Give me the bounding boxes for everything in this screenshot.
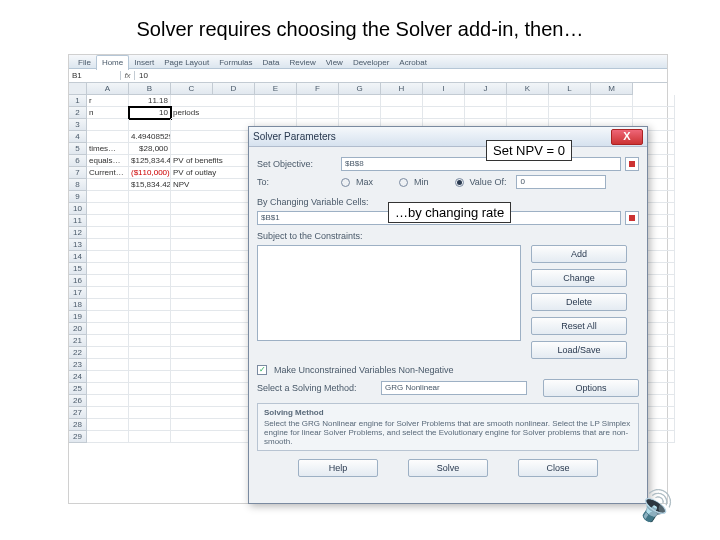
cell-C22[interactable] <box>171 347 255 359</box>
cell-C24[interactable] <box>171 371 255 383</box>
cell-B23[interactable] <box>129 359 171 371</box>
col-header-H[interactable]: H <box>381 83 423 95</box>
name-box[interactable]: B1 <box>69 71 121 80</box>
cell-A24[interactable] <box>87 371 129 383</box>
cell-B28[interactable] <box>129 419 171 431</box>
cell-A22[interactable] <box>87 347 129 359</box>
row-header-5[interactable]: 5 <box>69 143 87 155</box>
cell-E2[interactable] <box>297 107 339 119</box>
objective-range-picker-icon[interactable] <box>625 157 639 171</box>
cell-B16[interactable] <box>129 275 171 287</box>
cell-M1[interactable] <box>633 95 675 107</box>
cell-B21[interactable] <box>129 335 171 347</box>
col-header-A[interactable]: A <box>87 83 129 95</box>
cell-C18[interactable] <box>171 299 255 311</box>
cell-B20[interactable] <box>129 323 171 335</box>
cell-A20[interactable] <box>87 323 129 335</box>
cell-B12[interactable] <box>129 227 171 239</box>
cell-C28[interactable] <box>171 419 255 431</box>
row-header-23[interactable]: 23 <box>69 359 87 371</box>
cell-C15[interactable] <box>171 263 255 275</box>
constraints-listbox[interactable] <box>257 245 521 341</box>
cell-F2[interactable] <box>339 107 381 119</box>
row-header-1[interactable]: 1 <box>69 95 87 107</box>
col-header-L[interactable]: L <box>549 83 591 95</box>
cell-A27[interactable] <box>87 407 129 419</box>
cell-A25[interactable] <box>87 383 129 395</box>
row-header-18[interactable]: 18 <box>69 299 87 311</box>
changing-range-picker-icon[interactable] <box>625 211 639 225</box>
cell-B22[interactable] <box>129 347 171 359</box>
cell-C16[interactable] <box>171 275 255 287</box>
method-select[interactable]: GRG Nonlinear <box>381 381 527 395</box>
radio-value-of[interactable] <box>455 178 464 187</box>
cell-B29[interactable] <box>129 431 171 443</box>
cell-B4[interactable]: 4.49408529 <box>129 131 171 143</box>
row-header-9[interactable]: 9 <box>69 191 87 203</box>
cell-C1[interactable] <box>171 95 255 107</box>
cell-G2[interactable] <box>381 107 423 119</box>
ribbon-tab-insert[interactable]: Insert <box>129 56 159 70</box>
cell-C25[interactable] <box>171 383 255 395</box>
cell-I1[interactable] <box>465 95 507 107</box>
cell-A7[interactable]: Current… <box>87 167 129 179</box>
nonneg-checkbox[interactable]: ✓ <box>257 365 267 375</box>
cell-C26[interactable] <box>171 395 255 407</box>
row-header-13[interactable]: 13 <box>69 239 87 251</box>
cell-C6[interactable]: PV of benefits <box>171 155 255 167</box>
col-header-M[interactable]: M <box>591 83 633 95</box>
cell-A12[interactable] <box>87 227 129 239</box>
cell-A21[interactable] <box>87 335 129 347</box>
cell-A23[interactable] <box>87 359 129 371</box>
close-button[interactable]: Close <box>518 459 598 477</box>
col-header-J[interactable]: J <box>465 83 507 95</box>
cell-C21[interactable] <box>171 335 255 347</box>
cell-B25[interactable] <box>129 383 171 395</box>
ribbon-tab-review[interactable]: Review <box>284 56 320 70</box>
cell-A16[interactable] <box>87 275 129 287</box>
cell-C4[interactable] <box>171 131 255 143</box>
add-button[interactable]: Add <box>531 245 627 263</box>
cell-B2[interactable]: 10 <box>129 107 171 119</box>
radio-max[interactable] <box>341 178 350 187</box>
cell-A6[interactable]: equals… <box>87 155 129 167</box>
cell-C11[interactable] <box>171 215 255 227</box>
row-header-25[interactable]: 25 <box>69 383 87 395</box>
row-header-12[interactable]: 12 <box>69 227 87 239</box>
cell-A1[interactable]: r <box>87 95 129 107</box>
cell-A14[interactable] <box>87 251 129 263</box>
cell-C14[interactable] <box>171 251 255 263</box>
cell-L2[interactable] <box>591 107 633 119</box>
cell-D1[interactable] <box>255 95 297 107</box>
cell-B19[interactable] <box>129 311 171 323</box>
cell-C20[interactable] <box>171 323 255 335</box>
value-of-input[interactable]: 0 <box>516 175 606 189</box>
row-header-19[interactable]: 19 <box>69 311 87 323</box>
ribbon-tab-file[interactable]: File <box>73 56 96 70</box>
load-save-button[interactable]: Load/Save <box>531 341 627 359</box>
row-header-26[interactable]: 26 <box>69 395 87 407</box>
cell-C7[interactable]: PV of outlay <box>171 167 255 179</box>
cell-C19[interactable] <box>171 311 255 323</box>
ribbon-tab-acrobat[interactable]: Acrobat <box>394 56 432 70</box>
cell-L1[interactable] <box>591 95 633 107</box>
select-all-corner[interactable] <box>69 83 87 95</box>
row-header-15[interactable]: 15 <box>69 263 87 275</box>
cell-B26[interactable] <box>129 395 171 407</box>
ribbon-tab-view[interactable]: View <box>321 56 348 70</box>
row-header-22[interactable]: 22 <box>69 347 87 359</box>
cell-C3[interactable] <box>171 119 255 131</box>
row-header-4[interactable]: 4 <box>69 131 87 143</box>
row-header-8[interactable]: 8 <box>69 179 87 191</box>
delete-button[interactable]: Delete <box>531 293 627 311</box>
cell-A19[interactable] <box>87 311 129 323</box>
cell-A18[interactable] <box>87 299 129 311</box>
cell-B11[interactable] <box>129 215 171 227</box>
row-header-20[interactable]: 20 <box>69 323 87 335</box>
cell-C29[interactable] <box>171 431 255 443</box>
reset-all-button[interactable]: Reset All <box>531 317 627 335</box>
cell-J1[interactable] <box>507 95 549 107</box>
col-header-E[interactable]: E <box>255 83 297 95</box>
cell-A3[interactable] <box>87 119 129 131</box>
help-button[interactable]: Help <box>298 459 378 477</box>
